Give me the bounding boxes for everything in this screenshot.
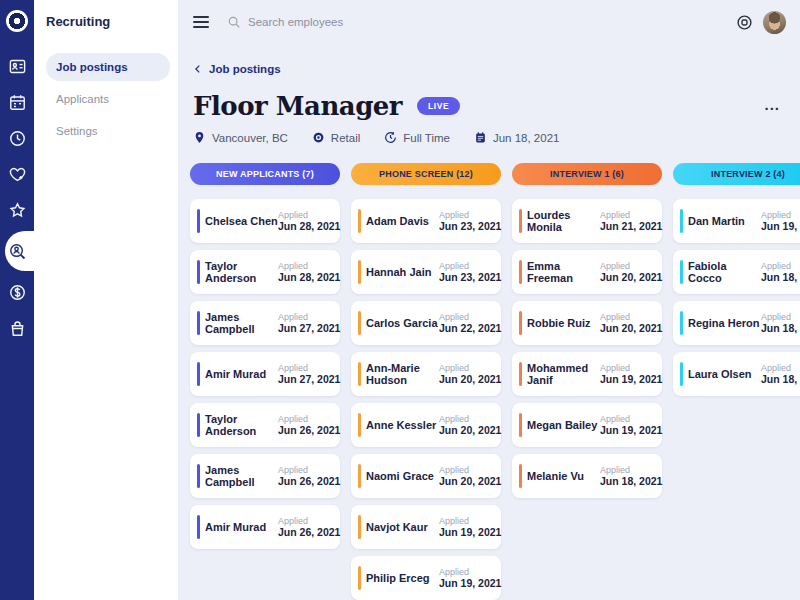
applied-label: Applied — [761, 210, 800, 220]
icon-rail — [0, 0, 34, 600]
applicant-name: Taylor Anderson — [205, 413, 278, 437]
applicant-card[interactable]: Megan BaileyAppliedJun 19, 2021 — [512, 403, 662, 447]
applicant-card[interactable]: Emma FreemanAppliedJun 20, 2021 — [512, 250, 662, 294]
applied-date: Jun 19, 2021 — [761, 220, 800, 232]
applied-label: Applied — [278, 516, 332, 526]
applicant-card[interactable]: Amir MuradAppliedJun 27, 2021 — [190, 352, 340, 396]
applied-label: Applied — [278, 261, 332, 271]
card-accent-bar — [358, 566, 361, 590]
applicant-name: Emma Freeman — [527, 260, 600, 284]
applied-label: Applied — [278, 312, 332, 322]
applicant-card[interactable]: Robbie RuizAppliedJun 20, 2021 — [512, 301, 662, 345]
applicant-card[interactable]: Taylor AndersonAppliedJun 28, 2021 — [190, 250, 340, 294]
store-bag-icon[interactable] — [0, 310, 34, 346]
applicant-card[interactable]: Mohammed JanifAppliedJun 19, 2021 — [512, 352, 662, 396]
card-accent-bar — [197, 515, 200, 539]
applied-label: Applied — [278, 210, 332, 220]
sidebar-title: Recruiting — [46, 14, 170, 29]
calendar-icon[interactable] — [0, 84, 34, 120]
back-to-job-postings-link[interactable]: Job postings — [193, 63, 281, 75]
card-accent-bar — [358, 413, 361, 437]
applicant-card[interactable]: Navjot KaurAppliedJun 19, 2021 — [351, 505, 501, 549]
recruiting-search-person-icon[interactable] — [0, 228, 34, 274]
menu-hamburger-icon[interactable] — [193, 16, 209, 28]
payroll-dollar-icon[interactable] — [0, 274, 34, 310]
applicant-name: Fabiola Cocco — [688, 260, 761, 284]
card-accent-bar — [519, 260, 522, 284]
applied-date: Jun 27, 2021 — [278, 322, 332, 334]
sidebar-item-job-postings[interactable]: Job postings — [46, 53, 170, 81]
app-logo-icon[interactable] — [6, 10, 28, 32]
applicant-name: Adam Davis — [366, 215, 429, 227]
applied-date: Jun 19, 2021 — [600, 373, 654, 385]
applicant-name: Robbie Ruiz — [527, 317, 591, 329]
card-accent-bar — [519, 413, 522, 437]
applicant-card[interactable]: Regina HeronAppliedJun 18, 2021 — [673, 301, 800, 345]
benefits-heart-icon[interactable] — [0, 156, 34, 192]
kanban-column: NEW APPLICANTS (7)Chelsea ChenAppliedJun… — [190, 163, 340, 600]
employee-badge-icon[interactable] — [0, 48, 34, 84]
applicant-card[interactable]: Lourdes MonilaAppliedJun 21, 2021 — [512, 199, 662, 243]
applied-date: Jun 20, 2021 — [600, 271, 654, 283]
applicant-card[interactable]: Amir MuradAppliedJun 26, 2021 — [190, 505, 340, 549]
applied-label: Applied — [439, 414, 493, 424]
applicant-name: Regina Heron — [688, 317, 760, 329]
card-accent-bar — [358, 260, 361, 284]
applicant-card[interactable]: Dan MartinAppliedJun 19, 2021 — [673, 199, 800, 243]
industry-target-icon — [312, 131, 325, 144]
applicant-name: Megan Bailey — [527, 419, 597, 431]
applied-label: Applied — [439, 465, 493, 475]
applicant-card[interactable]: Adam DavisAppliedJun 23, 2021 — [351, 199, 501, 243]
applicant-card[interactable]: Ann-Marie HudsonAppliedJun 20, 2021 — [351, 352, 501, 396]
applicant-card[interactable]: Chelsea ChenAppliedJun 28, 2021 — [190, 199, 340, 243]
search-input[interactable] — [248, 16, 468, 28]
card-accent-bar — [197, 362, 200, 386]
applicant-card[interactable]: James CampbellAppliedJun 27, 2021 — [190, 301, 340, 345]
applied-date: Jun 19, 2021 — [439, 526, 493, 538]
applied-label: Applied — [600, 363, 654, 373]
applicant-name: Laura Olsen — [688, 368, 752, 380]
search-icon — [227, 15, 241, 29]
applied-date: Jun 27, 2021 — [278, 373, 332, 385]
applicant-name: Chelsea Chen — [205, 215, 278, 227]
applied-label: Applied — [761, 312, 800, 322]
card-accent-bar — [197, 413, 200, 437]
applicant-card[interactable]: Anne KesslerAppliedJun 20, 2021 — [351, 403, 501, 447]
applicant-card[interactable]: Melanie VuAppliedJun 18, 2021 — [512, 454, 662, 498]
applicant-card[interactable]: Philip ErcegAppliedJun 19, 2021 — [351, 556, 501, 600]
applicant-card[interactable]: Taylor AndersonAppliedJun 26, 2021 — [190, 403, 340, 447]
applicant-card[interactable]: Laura OlsenAppliedJun 18, 2021 — [673, 352, 800, 396]
applicant-card[interactable]: Fabiola CoccoAppliedJun 18, 2021 — [673, 250, 800, 294]
topbar — [178, 0, 800, 44]
card-accent-bar — [358, 311, 361, 335]
overflow-menu-button[interactable]: ... — [764, 100, 780, 110]
applied-date: Jun 20, 2021 — [600, 322, 654, 334]
applicant-name: Lourdes Monila — [527, 209, 600, 233]
applicant-name: Amir Murad — [205, 368, 266, 380]
applied-label: Applied — [600, 312, 654, 322]
applicant-card[interactable]: Naomi GraceAppliedJun 20, 2021 — [351, 454, 501, 498]
applied-date: Jun 18, 2021 — [761, 373, 800, 385]
meta-industry: Retail — [312, 131, 360, 144]
performance-star-icon[interactable] — [0, 192, 34, 228]
sidebar-item-applicants[interactable]: Applicants — [46, 85, 170, 113]
support-icon[interactable] — [736, 14, 753, 31]
user-avatar[interactable] — [763, 11, 786, 34]
applicant-name: Dan Martin — [688, 215, 745, 227]
applied-date: Jun 23, 2021 — [439, 271, 493, 283]
applied-date: Jun 19, 2021 — [600, 424, 654, 436]
applied-date: Jun 18, 2021 — [761, 322, 800, 334]
card-accent-bar — [358, 515, 361, 539]
card-accent-bar — [680, 311, 683, 335]
column-header: INTERVIEW 2 (4) — [673, 163, 800, 185]
applicant-card[interactable]: Hannah JainAppliedJun 23, 2021 — [351, 250, 501, 294]
time-clock-icon[interactable] — [0, 120, 34, 156]
applicant-card[interactable]: Carlos GarciaAppliedJun 22, 2021 — [351, 301, 501, 345]
applied-label: Applied — [600, 414, 654, 424]
applied-label: Applied — [761, 363, 800, 373]
sidebar-item-settings[interactable]: Settings — [46, 117, 170, 145]
card-accent-bar — [519, 311, 522, 335]
applied-label: Applied — [439, 210, 493, 220]
applicant-card[interactable]: James CampbellAppliedJun 26, 2021 — [190, 454, 340, 498]
applied-label: Applied — [600, 465, 654, 475]
